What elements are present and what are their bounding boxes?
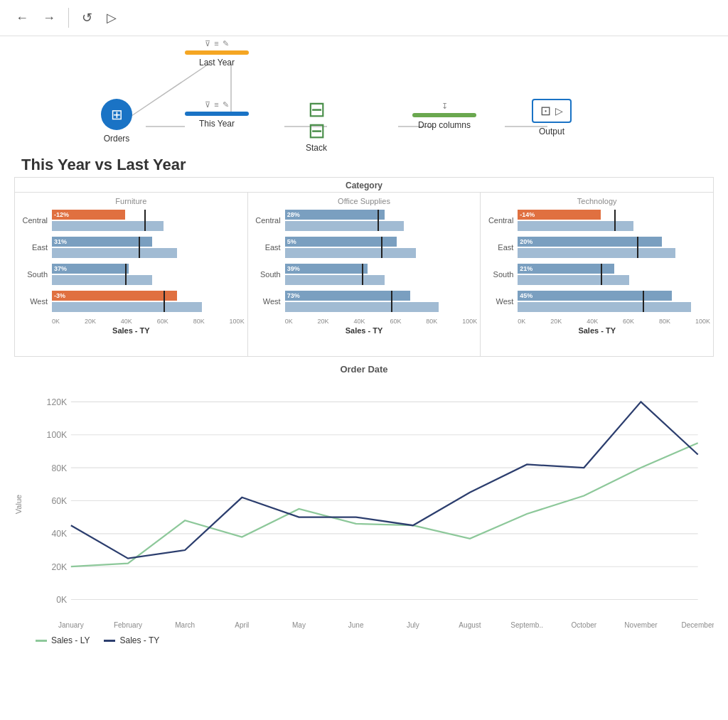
last-year-node: ⊽ ≡ ✎ Last Year — [185, 39, 249, 68]
play-button[interactable]: ▷ — [102, 7, 121, 28]
x-label-1: 100K — [462, 318, 477, 325]
y-tick: 120K — [47, 397, 68, 407]
this-year-node: ⊽ ≡ ✎ This Year — [185, 100, 249, 129]
stack-node[interactable]: ⊟⊟ Stack — [306, 99, 327, 153]
bar-pct-2-2: 21% — [518, 265, 532, 272]
bar-ty-2-3: 45% — [518, 291, 672, 301]
legend-ly: Sales - LY — [36, 635, 90, 645]
bar-pct-0-3: -3% — [52, 292, 65, 299]
output-play-icon[interactable]: ▷ — [555, 105, 563, 117]
x-label-2: 20K — [550, 318, 562, 325]
bar-chart-container: Category Furniture Central -12% East 31% — [14, 177, 714, 357]
region-label-1-3: West — [251, 297, 285, 306]
this-year-icons: ⊽ ≡ ✎ — [205, 100, 228, 109]
edit-icon: ✎ — [223, 39, 229, 48]
last-year-label: Last Year — [199, 58, 235, 68]
bar-row-1-1: East 5% — [251, 237, 478, 258]
orders-label: Orders — [104, 134, 130, 144]
bar-panel-0: Furniture Central -12% East 31% — [15, 193, 248, 356]
x-axis-2: 0K20K40K60K80K100K — [483, 318, 710, 325]
region-label-1-2: South — [251, 270, 285, 279]
y-tick: 40K — [51, 529, 68, 539]
bar-row-1-3: West 73% — [251, 291, 478, 312]
last-year-bar — [185, 50, 249, 55]
sales-ly-line — [71, 443, 698, 566]
bar-ty-1-1: 5% — [285, 237, 397, 247]
drop-columns-icon: ↧ — [441, 102, 448, 111]
bars-1-2: 39% — [285, 264, 478, 285]
region-label-2-0: Central — [483, 216, 518, 225]
x-axis-0: 0K20K40K60K80K100K — [18, 318, 245, 325]
toolbar-divider — [68, 8, 69, 28]
line-chart-title: Order Date — [14, 364, 714, 375]
bar-ty-0-3: -3% — [52, 291, 177, 301]
sort2-icon: ≡ — [214, 100, 218, 109]
bar-row-1-2: South 39% — [251, 264, 478, 285]
y-tick: 80K — [51, 463, 68, 473]
this-year-label: This Year — [199, 119, 235, 129]
forward-button[interactable]: → — [38, 8, 60, 28]
output-box: ⊡ ▷ — [532, 99, 572, 123]
bars-2-1: 20% — [518, 237, 710, 258]
bars-1-1: 5% — [285, 237, 478, 258]
line-chart-svg: 0K20K40K60K80K100K120KJanuaryFebruaryMar… — [31, 377, 714, 631]
line-chart-area: 0K20K40K60K80K100K120KJanuaryFebruaryMar… — [31, 377, 714, 631]
drop-columns-label: Drop columns — [418, 120, 471, 130]
bar-ty-0-0: -12% — [52, 210, 125, 220]
bar-marker-1-3 — [391, 291, 392, 312]
bar-row-2-1: East 20% — [483, 237, 710, 258]
axis-label-2: Sales - TY — [483, 326, 710, 335]
bar-ly-2-1 — [518, 248, 675, 258]
region-label-0-1: East — [18, 243, 52, 252]
bar-pct-0-2: 37% — [52, 265, 67, 272]
bar-row-2-0: Central -14% — [483, 210, 710, 231]
drop-columns-node: ↧ Drop columns — [412, 102, 476, 130]
bar-ly-0-0 — [52, 221, 164, 231]
output-node[interactable]: ⊡ ▷ Output — [532, 99, 572, 136]
bar-ty-2-2: 21% — [518, 264, 614, 274]
x-label-2: 60K — [623, 318, 634, 325]
region-label-2-2: South — [483, 270, 518, 279]
bars-2-0: -14% — [518, 210, 710, 231]
bar-ly-0-1 — [52, 248, 177, 258]
region-label-2-1: East — [483, 243, 518, 252]
region-label-0-3: West — [18, 297, 52, 306]
bar-pct-2-1: 20% — [518, 238, 532, 245]
stack-icon: ⊟⊟ — [308, 99, 326, 141]
drop-columns-bar — [412, 113, 476, 117]
region-label-0-2: South — [18, 270, 52, 279]
bar-marker-2-0 — [614, 210, 616, 231]
sort-icon: ≡ — [214, 39, 218, 48]
bar-marker-2-3 — [643, 291, 644, 312]
x-tick: March — [175, 621, 195, 629]
bar-marker-1-2 — [362, 264, 363, 285]
bar-row-2-2: South 21% — [483, 264, 710, 285]
back-button[interactable]: ← — [11, 8, 33, 28]
x-tick: October — [571, 621, 596, 629]
bars-2-2: 21% — [518, 264, 710, 285]
orders-node[interactable]: ⊞ Orders — [101, 99, 132, 144]
last-year-icons: ⊽ ≡ ✎ — [205, 39, 228, 48]
bar-marker-0-2 — [125, 264, 127, 285]
panel-title-1: Office Supplies — [251, 197, 478, 205]
panel-title-0: Furniture — [18, 197, 245, 205]
bar-pct-1-1: 5% — [285, 238, 296, 245]
bar-row-0-0: Central -12% — [18, 210, 245, 231]
legend-ly-label: Sales - LY — [51, 635, 90, 645]
bar-ty-1-2: 39% — [285, 264, 368, 274]
bar-pct-0-0: -12% — [52, 211, 69, 218]
line-chart-legend: Sales - LY Sales - TY — [14, 635, 714, 645]
bar-ty-1-0: 28% — [285, 210, 385, 220]
line-chart-section: Order Date Value 0K20K40K60K80K100K120KJ… — [0, 364, 728, 660]
legend-ty-color — [104, 640, 115, 642]
refresh-button[interactable]: ↺ — [77, 7, 97, 28]
bar-row-0-1: East 31% — [18, 237, 245, 258]
pipeline: ⊽ ≡ ✎ Last Year ⊞ Orders ⊽ ≡ ✎ This Year… — [21, 36, 707, 150]
x-tick: April — [235, 621, 249, 629]
bars-0-2: 37% — [52, 264, 245, 285]
bar-pct-1-3: 73% — [285, 292, 300, 299]
bar-row-1-0: Central 28% — [251, 210, 478, 231]
bar-pct-0-1: 31% — [52, 238, 67, 245]
bars-1-0: 28% — [285, 210, 478, 231]
bar-ly-1-1 — [285, 248, 416, 258]
